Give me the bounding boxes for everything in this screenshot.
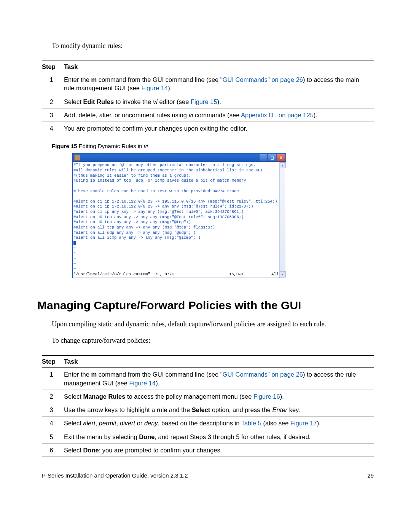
link-figure-17[interactable]: Figure 17 — [290, 420, 317, 427]
link-gui-commands-2[interactable]: "GUI Commands" on page 26 — [220, 371, 303, 378]
intro-text-1: To modify dynamic rules: — [52, 42, 374, 50]
page-footer: P-Series Installation and Operation Guid… — [42, 472, 374, 479]
table-row: 4 You are prompted to confirm your chang… — [42, 122, 374, 135]
link-figure-14-2[interactable]: Figure 14 — [129, 380, 156, 387]
steps-table-1: Step Task 1 Enter the m command from the… — [42, 61, 374, 135]
th-step: Step — [42, 356, 64, 368]
table-row: 4 Select alert, permit, divert or deny, … — [42, 417, 374, 430]
table-row: 3 Use the arrow keys to highlight a rule… — [42, 403, 374, 417]
link-table-5[interactable]: Table 5 — [241, 420, 261, 427]
table-row: 1 Enter the m command from the GUI comma… — [42, 73, 374, 95]
th-task: Task — [64, 61, 374, 73]
intro-text-2: To change capture/forward policies: — [52, 337, 374, 345]
th-step: Step — [42, 61, 64, 73]
table-row: 1 Enter the m command from the GUI comma… — [42, 368, 374, 390]
table-row: 2 Select Edit Rules to invoke the vi edi… — [42, 95, 374, 108]
text-cursor — [73, 241, 76, 245]
link-figure-15[interactable]: Figure 15 — [191, 98, 217, 105]
section-heading: Managing Capture/Forward Policies with t… — [37, 299, 374, 312]
minimize-button[interactable]: – — [259, 154, 268, 161]
app-icon — [74, 155, 80, 161]
table-row: 5 Exit the menu by selecting Done, and r… — [42, 430, 374, 443]
table-row: 3 Add, delete, alter, or uncomment rules… — [42, 108, 374, 121]
figure-caption-15: Figure 15 Editing Dynamic Rules in vi — [52, 143, 374, 149]
scroll-up-icon[interactable]: ▴ — [280, 162, 286, 168]
link-figure-16[interactable]: Figure 16 — [253, 393, 280, 400]
titlebar[interactable]: – ◻ ✕ — [73, 153, 286, 162]
table-row: 2 Select Manage Rules to access the poli… — [42, 390, 374, 403]
footer-title: P-Series Installation and Operation Guid… — [42, 472, 188, 479]
th-task: Task — [64, 356, 374, 368]
link-appendix-d[interactable]: Appendix D , on page 125 — [241, 112, 314, 118]
editor-text-area[interactable]: #If you prepend an '@' or any other part… — [73, 162, 279, 278]
page-number: 29 — [367, 472, 374, 479]
scroll-down-icon[interactable]: ▾ — [280, 271, 286, 277]
link-figure-14[interactable]: Figure 14 — [142, 85, 168, 91]
vi-editor-window: – ◻ ✕ #If you prepend an '@' or any othe… — [72, 153, 286, 278]
maximize-button[interactable]: ◻ — [268, 154, 276, 161]
link-gui-commands[interactable]: "GUI Commands" on page 26 — [220, 76, 303, 83]
scrollbar[interactable]: ▴ ▾ — [279, 162, 286, 278]
section-paragraph: Upon compiling static and dynamic rules,… — [52, 320, 374, 328]
vi-status-line: "/usr/local/pnic/0/rules.custom" 17L, 87… — [73, 272, 279, 277]
close-button[interactable]: ✕ — [277, 154, 285, 161]
table-row: 6 Select Done; you are prompted to confi… — [42, 444, 374, 457]
steps-table-2: Step Task 1 Enter the m command from the… — [42, 355, 374, 457]
